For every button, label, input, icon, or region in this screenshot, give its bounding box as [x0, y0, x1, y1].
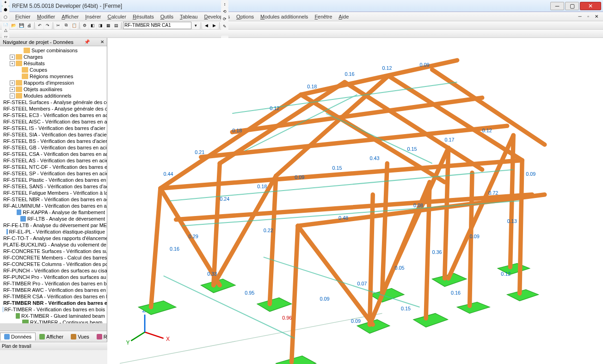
- module-item[interactable]: RF-C-TO-T - Analyse des rapports d'élanc…: [0, 235, 107, 241]
- menu-aide[interactable]: Aide: [335, 13, 352, 20]
- tree-item[interactable]: +Résultats: [0, 60, 107, 67]
- svg-text:0.33: 0.33: [207, 271, 217, 277]
- tool-icon[interactable]: ◧: [89, 22, 96, 29]
- module-item[interactable]: RF-CONCRETE Members - Calcul des barres …: [0, 254, 107, 261]
- module-item[interactable]: RF-STEEL IS - Vérification des barres d'…: [0, 125, 107, 131]
- module-item[interactable]: RF-KAPPA - Analyse de flambement: [0, 209, 107, 216]
- tree-item[interactable]: +Rapports d'impression: [0, 80, 107, 86]
- menu-modifier[interactable]: Modifier: [34, 13, 58, 20]
- tree-item[interactable]: Régions moyennes: [0, 73, 107, 80]
- tree-item[interactable]: Super combinaisons: [0, 47, 107, 54]
- pin-icon[interactable]: 📌: [84, 39, 90, 44]
- menu-résultats[interactable]: Résultats: [129, 13, 157, 20]
- module-item[interactable]: RF-STEEL CSA - Vérification des barres e…: [0, 151, 107, 157]
- menu-fenêtre[interactable]: Fenêtre: [311, 13, 335, 20]
- prev-icon[interactable]: ◀: [203, 22, 210, 29]
- minimize-button[interactable]: ─: [550, 2, 564, 10]
- menu-calculer[interactable]: Calculer: [105, 13, 129, 20]
- open-icon[interactable]: 📂: [10, 22, 17, 29]
- module-item[interactable]: RF-PUNCH - Vérification des surfaces au …: [0, 267, 107, 274]
- expand-icon[interactable]: +: [10, 61, 15, 66]
- module-item[interactable]: RF-STEEL GB - Vérification des barres en…: [0, 144, 107, 151]
- expand-icon[interactable]: +: [10, 87, 15, 92]
- redo-icon[interactable]: ↷: [44, 22, 51, 29]
- module-item[interactable]: RF-STEEL NBR - Vérification des barres e…: [0, 196, 107, 203]
- module-item[interactable]: RF-TIMBER CSA - Vérification des barres …: [0, 293, 107, 300]
- module-item[interactable]: RF-STEEL AISC - Vérification des barres …: [0, 118, 107, 125]
- module-item[interactable]: RF-EL-PL - Vérification élastique-plasti…: [0, 228, 107, 235]
- nav-tab-vues[interactable]: Vues: [67, 333, 93, 340]
- navigator-tree[interactable]: Super combinaisons+Charges+RésultatsCoup…: [0, 46, 107, 323]
- module-item[interactable]: RF-STEEL SIA - Vérification des barres d…: [0, 131, 107, 138]
- module-item[interactable]: RF-TIMBER NBR - Vérification des barres …: [0, 300, 107, 306]
- toolbar-icon[interactable]: ↕: [221, 0, 228, 8]
- tree-item[interactable]: Coupes: [0, 67, 107, 73]
- menu-afficher[interactable]: Afficher: [58, 13, 82, 20]
- toolbar-icon[interactable]: ⟲: [221, 8, 228, 15]
- toolbar-icon[interactable]: ⟳: [221, 15, 228, 23]
- save-icon[interactable]: 💾: [18, 22, 25, 29]
- loadcase-combo[interactable]: [123, 22, 191, 29]
- module-item[interactable]: RF-CONCRETE Surfaces - Vérification des …: [0, 248, 107, 254]
- module-item[interactable]: RF-STEEL Plastic - Vérification des barr…: [0, 177, 107, 183]
- close-button[interactable]: ✕: [580, 2, 601, 10]
- sidebar-hscroll[interactable]: [0, 323, 107, 331]
- dropdown-icon[interactable]: ▾: [192, 22, 199, 29]
- tool-icon[interactable]: ▤: [112, 22, 120, 29]
- toolbar-icon[interactable]: △: [2, 26, 9, 34]
- tool-icon[interactable]: ▦: [105, 22, 112, 29]
- next-icon[interactable]: ▶: [210, 22, 218, 29]
- module-item[interactable]: RF-TIMBER Pro - Vérification des barres …: [0, 280, 107, 287]
- module-item[interactable]: RF-FE-LTB - Analyse du déversement par M…: [0, 222, 107, 228]
- 3d-viewport[interactable]: X Y Z: [107, 38, 603, 364]
- module-item[interactable]: RF-STEEL BS - Vérification des barres d'…: [0, 138, 107, 144]
- copy-icon[interactable]: ⧉: [62, 22, 70, 29]
- paste-icon[interactable]: 📋: [70, 22, 78, 29]
- module-item[interactable]: RF-STEEL EC3 - Vérification des barres e…: [0, 112, 107, 118]
- menu-outils[interactable]: Outils: [157, 13, 177, 20]
- module-item[interactable]: RF-ALUMINIUM - Vérification des barres e…: [0, 203, 107, 209]
- module-item[interactable]: RX-TIMBER - Glued laminated beam: [0, 313, 107, 319]
- module-item[interactable]: PLATE-BUCKLING - Analyse du voilement de: [0, 241, 107, 248]
- menu-modules additionnels[interactable]: Modules additionnels: [257, 13, 311, 20]
- module-item[interactable]: RF-STEEL SP - Vérification des barres en…: [0, 170, 107, 177]
- mdi-close-icon[interactable]: ✕: [593, 13, 600, 20]
- toolbar-icon[interactable]: ⬡: [2, 13, 9, 21]
- module-item[interactable]: RX-TIMBER - Continuous beam: [0, 319, 107, 323]
- tree-item[interactable]: +Objets auxiliaires: [0, 86, 107, 93]
- print-icon[interactable]: 🖨: [25, 22, 33, 29]
- module-item[interactable]: RF-STEEL Members - Analyse générale des …: [0, 105, 107, 112]
- mdi-restore-icon[interactable]: ▫: [585, 13, 592, 20]
- tool-icon[interactable]: ⚙: [81, 22, 88, 29]
- mdi-minimize-icon[interactable]: ─: [576, 13, 584, 20]
- tree-item[interactable]: +Charges: [0, 54, 107, 60]
- toolbar-icon[interactable]: ⬢: [2, 6, 9, 13]
- tree-item[interactable]: −Modules additionnels: [0, 93, 107, 99]
- module-item[interactable]: RF-STEEL Surfaces - Analyse générale des…: [0, 99, 107, 105]
- module-item[interactable]: RF-TIMBER - Vérification des barres en b…: [0, 306, 107, 313]
- expand-icon[interactable]: +: [10, 80, 15, 86]
- expand-icon[interactable]: −: [10, 93, 15, 99]
- toolbar-icon[interactable]: ✦: [2, 0, 9, 6]
- tool-icon[interactable]: ◨: [97, 22, 104, 29]
- panel-close-icon[interactable]: ✕: [100, 39, 104, 44]
- menu-tableau[interactable]: Tableau: [177, 13, 201, 20]
- menu-options[interactable]: Options: [233, 13, 257, 20]
- expand-icon[interactable]: +: [10, 55, 15, 60]
- module-item[interactable]: RF-LTB - Analyse de déversement: [0, 216, 107, 222]
- nav-tab-afficher[interactable]: Afficher: [36, 333, 67, 340]
- menu-fichier[interactable]: Fichier: [12, 13, 34, 20]
- module-item[interactable]: RF-STEEL AS - Vérification des barres en…: [0, 157, 107, 164]
- menu-insérer[interactable]: Insérer: [82, 13, 104, 20]
- module-item[interactable]: RF-STEEL Fatigue Members - Vérification …: [0, 190, 107, 196]
- module-item[interactable]: RF-STEEL SANS - Vérification des barres …: [0, 183, 107, 190]
- cut-icon[interactable]: ✂: [55, 22, 62, 29]
- undo-icon[interactable]: ↶: [36, 22, 43, 29]
- module-item[interactable]: RF-PUNCH Pro - Vérification des surfaces…: [0, 274, 107, 280]
- nav-tab-données[interactable]: Données: [0, 333, 36, 340]
- module-item[interactable]: RF-CONCRETE Columns - Vérification des p…: [0, 261, 107, 267]
- module-item[interactable]: RF-TIMBER AWC - Vérification des barres …: [0, 287, 107, 293]
- module-item[interactable]: RF-STEEL NTC-DF - Vérification des barre…: [0, 164, 107, 170]
- maximize-button[interactable]: ▢: [565, 2, 579, 10]
- toolbar-icon[interactable]: ✎: [221, 23, 228, 30]
